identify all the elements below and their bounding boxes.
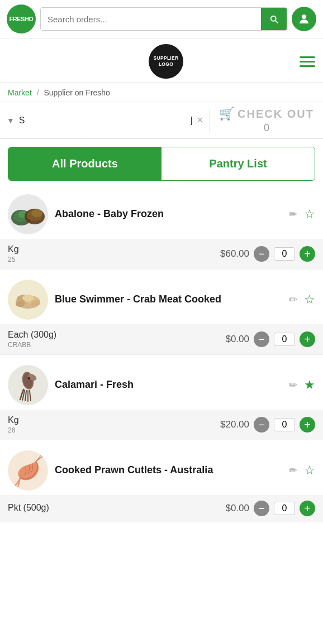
checkout-label: CHECK OUT xyxy=(238,108,314,121)
star-icon-blue-swimmer[interactable]: ☆ xyxy=(304,292,315,307)
search-icon xyxy=(269,14,279,24)
breadcrumb-supplier: Supplier on Fresho xyxy=(44,88,110,97)
star-icon-abalone[interactable]: ☆ xyxy=(304,207,315,222)
product-actions-blue-swimmer: ✏ ☆ xyxy=(289,292,315,307)
product-top-calamari: Calamari - Fresh ✏ ★ xyxy=(0,357,323,410)
svg-point-16 xyxy=(28,377,30,379)
product-bottom-blue-swimmer: Each (300g) CRABB $0.00 − + xyxy=(0,324,323,354)
minus-button-calamari[interactable]: − xyxy=(254,417,269,432)
breadcrumb: Market / Supplier on Fresho xyxy=(0,83,323,102)
tab-all-products[interactable]: All Products xyxy=(8,147,162,180)
user-icon xyxy=(297,12,311,26)
product-image-abalone xyxy=(8,194,48,234)
price-controls-blue-swimmer: $0.00 − + xyxy=(225,331,315,347)
product-name-calamari: Calamari - Fresh xyxy=(55,378,282,391)
svg-point-10 xyxy=(22,295,34,301)
supplier-logo: SUPPLIER LOGO xyxy=(149,44,183,79)
plus-button-calamari[interactable]: + xyxy=(300,417,315,432)
cart-icon: 🛒 xyxy=(219,107,234,121)
edit-icon-calamari[interactable]: ✏ xyxy=(289,379,297,391)
product-sku-blue-swimmer: CRABB xyxy=(8,341,56,349)
fresho-logo[interactable]: FRESHO xyxy=(7,4,36,33)
user-avatar[interactable] xyxy=(292,7,316,31)
product-item-blue-swimmer: Blue Swimmer - Crab Meat Cooked ✏ ☆ Each… xyxy=(0,272,323,355)
header: FRESHO xyxy=(0,0,323,39)
plus-button-blue-swimmer[interactable]: + xyxy=(300,331,315,347)
product-price-abalone: $60.00 xyxy=(220,248,249,259)
product-list: Abalone - Baby Frozen ✏ ☆ Kg 25 $60.00 −… xyxy=(0,181,323,530)
filter-section: ▼ | × xyxy=(0,109,210,132)
svg-point-12 xyxy=(31,300,40,306)
filter-icon: ▼ xyxy=(7,116,15,125)
sub-header: SUPPLIER LOGO xyxy=(0,39,323,83)
breadcrumb-separator: / xyxy=(37,88,39,97)
tab-pantry-list[interactable]: Pantry List xyxy=(162,147,315,180)
product-unit-blue-swimmer: Each (300g) xyxy=(8,330,56,340)
plus-button-prawn[interactable]: + xyxy=(300,501,315,516)
product-unit-calamari: Kg xyxy=(8,415,19,425)
qty-input-abalone[interactable] xyxy=(274,247,295,261)
product-item-calamari: Calamari - Fresh ✏ ★ Kg 26 $20.00 − + xyxy=(0,357,323,440)
search-input[interactable] xyxy=(41,8,261,30)
product-top-blue-swimmer: Blue Swimmer - Crab Meat Cooked ✏ ☆ xyxy=(0,272,323,324)
product-bottom-calamari: Kg 26 $20.00 − + xyxy=(0,410,323,440)
minus-button-blue-swimmer[interactable]: − xyxy=(254,331,269,347)
qty-input-prawn[interactable] xyxy=(274,502,295,515)
product-top-abalone: Abalone - Baby Frozen ✏ ☆ xyxy=(0,186,323,239)
edit-icon-prawn[interactable]: ✏ xyxy=(289,464,297,477)
checkout-section[interactable]: 🛒 CHECK OUT 0 xyxy=(210,102,323,138)
minus-button-abalone[interactable]: − xyxy=(254,246,269,262)
price-controls-prawn: $0.00 − + xyxy=(225,501,315,516)
svg-point-11 xyxy=(16,301,25,307)
filter-input[interactable] xyxy=(19,116,186,126)
plus-button-abalone[interactable]: + xyxy=(300,246,315,262)
minus-button-prawn[interactable]: − xyxy=(254,501,269,516)
breadcrumb-market[interactable]: Market xyxy=(8,88,32,97)
product-image-blue-swimmer xyxy=(8,280,48,320)
product-item-prawn: Cooked Prawn Cutlets - Australia ✏ ☆ Pkt… xyxy=(0,443,323,522)
product-unit-area-blue-swimmer: Each (300g) CRABB xyxy=(8,330,56,349)
star-icon-calamari[interactable]: ★ xyxy=(304,378,315,392)
product-unit-abalone: Kg xyxy=(8,244,19,254)
edit-icon-blue-swimmer[interactable]: ✏ xyxy=(289,294,297,306)
text-cursor: | xyxy=(190,116,192,126)
product-name-abalone: Abalone - Baby Frozen xyxy=(55,208,282,220)
product-actions-prawn: ✏ ☆ xyxy=(289,463,315,478)
product-price-blue-swimmer: $0.00 xyxy=(225,334,249,345)
product-sku-calamari: 26 xyxy=(8,426,19,434)
product-top-prawn: Cooked Prawn Cutlets - Australia ✏ ☆ xyxy=(0,443,323,495)
product-name-blue-swimmer: Blue Swimmer - Crab Meat Cooked xyxy=(55,293,282,306)
qty-input-blue-swimmer[interactable] xyxy=(274,333,295,346)
product-image-prawn xyxy=(8,450,48,491)
search-bar xyxy=(40,7,287,31)
clear-filter-button[interactable]: × xyxy=(197,114,203,126)
product-unit-area-prawn: Pkt (500g) xyxy=(8,503,49,514)
star-icon-prawn[interactable]: ☆ xyxy=(304,463,315,478)
product-actions-abalone: ✏ ☆ xyxy=(289,207,315,222)
product-price-calamari: $20.00 xyxy=(220,419,249,430)
checkout-count: 0 xyxy=(264,122,269,134)
filter-bar: ▼ | × 🛒 CHECK OUT 0 xyxy=(0,102,323,139)
hamburger-menu[interactable] xyxy=(300,56,315,67)
svg-point-6 xyxy=(31,209,42,217)
product-tabs: All Products Pantry List xyxy=(8,147,315,181)
product-name-prawn: Cooked Prawn Cutlets - Australia xyxy=(55,464,282,477)
product-actions-calamari: ✏ ★ xyxy=(289,378,315,392)
edit-icon-abalone[interactable]: ✏ xyxy=(289,208,297,220)
checkout-cart-area: 🛒 CHECK OUT xyxy=(219,107,314,121)
product-unit-prawn: Pkt (500g) xyxy=(8,503,49,513)
product-unit-area-calamari: Kg 26 xyxy=(8,415,19,434)
search-button[interactable] xyxy=(261,8,287,30)
price-controls-abalone: $60.00 − + xyxy=(220,246,315,262)
product-item-abalone: Abalone - Baby Frozen ✏ ☆ Kg 25 $60.00 −… xyxy=(0,186,323,270)
svg-point-0 xyxy=(302,15,306,19)
price-controls-calamari: $20.00 − + xyxy=(220,417,315,432)
product-price-prawn: $0.00 xyxy=(225,503,249,514)
qty-input-calamari[interactable] xyxy=(274,418,295,431)
product-sku-abalone: 25 xyxy=(8,256,19,263)
product-bottom-abalone: Kg 25 $60.00 − + xyxy=(0,239,323,269)
product-bottom-prawn: Pkt (500g) $0.00 − + xyxy=(0,495,323,522)
product-image-calamari xyxy=(8,365,48,405)
product-unit-area-abalone: Kg 25 xyxy=(8,244,19,263)
